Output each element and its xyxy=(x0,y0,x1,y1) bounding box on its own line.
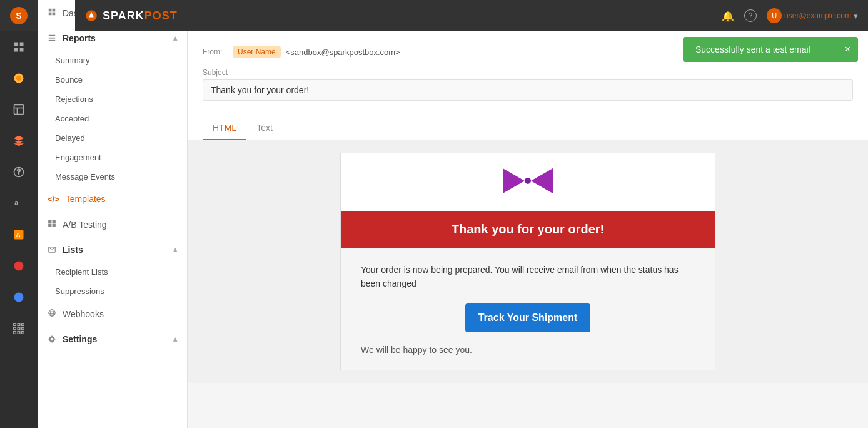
bowtie-logo xyxy=(503,168,553,193)
sidebar-item-ab-testing[interactable]: A/B Testing xyxy=(38,211,187,237)
topnav: SPARKPOST 🔔 ? U user@example.com ▾ xyxy=(75,0,868,31)
email-footer-text: We will be happy to see you. xyxy=(361,345,695,355)
sidebar-icon-app2[interactable] xyxy=(0,94,38,125)
from-name-badge: User Name xyxy=(233,46,281,58)
svg-rect-2 xyxy=(14,43,18,46)
email-body: Thank you for your order! Your order is … xyxy=(340,153,715,370)
svg-rect-25 xyxy=(18,332,20,334)
svg-rect-5 xyxy=(20,48,24,52)
svg-rect-4 xyxy=(14,48,18,52)
svg-rect-20 xyxy=(22,324,24,326)
svg-rect-33 xyxy=(49,35,56,36)
svg-rect-31 xyxy=(49,13,52,16)
logo-icon-bar: S xyxy=(0,0,38,31)
sidebar-item-templates[interactable]: </> Templates xyxy=(38,186,187,211)
toast-message: Successfully sent a test email xyxy=(695,44,810,54)
svg-text:A: A xyxy=(16,232,21,238)
svg-rect-29 xyxy=(49,9,52,12)
svg-rect-8 xyxy=(14,105,24,115)
svg-point-47 xyxy=(525,178,531,184)
dashboard-icon xyxy=(48,8,56,18)
sidebar-item-recipient-lists[interactable]: Recipient Lists xyxy=(38,262,187,282)
svg-rect-35 xyxy=(49,40,56,41)
sidebar: Dashboard Reports ▴ Summary Bounce Rejec… xyxy=(38,0,188,428)
sidebar-item-bounce[interactable]: Bounce xyxy=(38,70,187,89)
sidebar-item-accepted[interactable]: Accepted xyxy=(38,109,187,128)
sidebar-icon-app9[interactable] xyxy=(0,313,38,344)
tabs-bar: HTML Text xyxy=(188,116,868,140)
icon-bar: S ? a A xyxy=(0,0,38,428)
svg-rect-24 xyxy=(14,332,16,334)
svg-rect-30 xyxy=(53,9,56,12)
email-preview-area: Thank you for your order! Your order is … xyxy=(188,140,868,383)
sidebar-item-delayed[interactable]: Delayed xyxy=(38,128,187,148)
sidebar-icon-app3[interactable] xyxy=(0,125,38,156)
toast-notification: Successfully sent a test email × xyxy=(683,37,858,62)
email-logo-area xyxy=(341,153,715,211)
from-email: <sandbox@sparkpostbox.com> xyxy=(286,48,400,57)
tab-html[interactable]: HTML xyxy=(203,116,246,140)
sidebar-item-suppressions[interactable]: Suppressions xyxy=(38,282,187,301)
lists-chevron: ▴ xyxy=(173,245,177,254)
sidebar-item-webhooks[interactable]: Webhooks xyxy=(38,301,187,327)
toast-close-button[interactable]: × xyxy=(845,44,850,55)
svg-rect-18 xyxy=(14,324,16,326)
brand-name: SPARKPOST xyxy=(103,9,178,23)
svg-rect-19 xyxy=(18,324,20,326)
topnav-right: 🔔 ? U user@example.com ▾ xyxy=(722,8,858,23)
user-menu[interactable]: U user@example.com ▾ xyxy=(767,8,858,23)
username-label: user@example.com xyxy=(784,11,851,20)
subject-label: Subject xyxy=(203,68,853,77)
sidebar-icon-app4[interactable]: ? xyxy=(0,156,38,188)
email-header-text: Thank you for your order! xyxy=(452,222,604,236)
svg-rect-39 xyxy=(53,224,56,227)
sidebar-item-summary[interactable]: Summary xyxy=(38,51,187,70)
svg-text:S: S xyxy=(16,11,21,21)
settings-label: Settings xyxy=(63,334,97,344)
sidebar-icon-dashboard[interactable] xyxy=(0,31,38,63)
subject-input[interactable] xyxy=(203,79,853,101)
svg-rect-36 xyxy=(48,220,51,223)
svg-rect-3 xyxy=(20,43,24,46)
help-icon[interactable]: ? xyxy=(744,9,757,22)
tab-text[interactable]: Text xyxy=(246,116,283,140)
sidebar-icon-app1[interactable] xyxy=(0,63,38,94)
sidebar-section-settings[interactable]: Settings ▴ xyxy=(38,327,187,352)
sidebar-item-rejections[interactable]: Rejections xyxy=(38,89,187,109)
email-body-text: Your order is now being prepared. You wi… xyxy=(361,263,695,291)
svg-rect-21 xyxy=(14,327,16,330)
sidebar-icon-app5[interactable]: a xyxy=(0,188,38,219)
svg-text:a: a xyxy=(14,200,18,206)
subject-row: Subject xyxy=(203,63,853,106)
reports-chevron: ▴ xyxy=(173,34,177,43)
main-content: Successfully sent a test email × From: U… xyxy=(188,31,868,428)
templates-icon: </> xyxy=(48,195,59,204)
svg-rect-23 xyxy=(22,327,24,330)
svg-text:?: ? xyxy=(17,168,21,175)
reports-label: Reports xyxy=(63,33,96,43)
svg-marker-45 xyxy=(503,168,525,193)
brand-logo: SPARKPOST xyxy=(85,9,178,23)
svg-rect-34 xyxy=(49,38,56,39)
sidebar-item-engagement[interactable]: Engagement xyxy=(38,148,187,167)
user-chevron: ▾ xyxy=(854,11,858,21)
svg-rect-32 xyxy=(53,13,56,16)
sidebar-item-message-events[interactable]: Message Events xyxy=(38,167,187,186)
svg-point-16 xyxy=(14,262,24,271)
settings-chevron: ▴ xyxy=(173,335,177,344)
templates-label: Templates xyxy=(66,194,106,204)
user-avatar: U xyxy=(767,8,782,23)
bell-icon[interactable]: 🔔 xyxy=(722,10,734,22)
sidebar-section-lists[interactable]: Lists ▴ xyxy=(38,237,187,262)
email-header-bar: Thank you for your order! xyxy=(341,211,715,248)
sidebar-icon-app8[interactable] xyxy=(0,282,38,313)
sidebar-icon-app6[interactable]: A xyxy=(0,219,38,250)
from-label: From: xyxy=(203,48,228,56)
ab-testing-label: A/B Testing xyxy=(63,220,107,230)
svg-rect-37 xyxy=(53,220,56,223)
track-shipment-button[interactable]: Track Your Shipment xyxy=(465,303,590,332)
webhooks-label: Webhooks xyxy=(63,309,104,319)
sidebar-icon-app7[interactable] xyxy=(0,250,38,282)
svg-marker-46 xyxy=(531,168,553,193)
svg-rect-22 xyxy=(18,327,20,330)
